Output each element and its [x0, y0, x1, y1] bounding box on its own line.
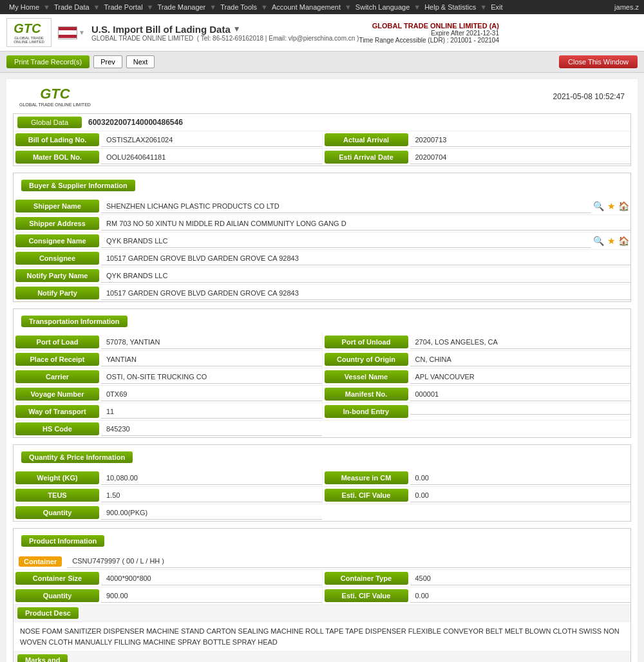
quantity-price-section: Quantity & Price Information Weight (KG)… [13, 444, 631, 522]
container-badge: Container [19, 556, 62, 567]
nav-tradetools[interactable]: Trade Tools [216, 3, 261, 11]
voyage-number-value: 0TX69 [101, 388, 322, 401]
nav-switchlang[interactable]: Switch Language [352, 3, 413, 11]
nav-exit[interactable]: Exit [487, 3, 506, 11]
notify-party-name-row: Notify Party Name QYK BRANDS LLC [14, 267, 630, 285]
voyage-manifest-row: Voyage Number 0TX69 Manifest No. 000001 [14, 386, 630, 403]
carrier-label: Carrier [15, 370, 99, 383]
record-header: GTC GLOBAL TRADE ONLINE LIMITED 2021-05-… [13, 86, 631, 107]
notify-party-label: Notify Party [15, 287, 99, 299]
country-origin-label: Country of Origin [325, 353, 408, 366]
bol-label: Bill of Lading No. [15, 133, 99, 146]
consignee-value: 10517 GARDEN GROVE BLVD GARDEN GROVE CA … [101, 252, 630, 265]
teus-cif-row: TEUS 1.50 Esti. CIF Value 0.00 [14, 487, 630, 504]
product-desc-title-row: Product Desc [14, 605, 630, 622]
record-logo-text: GTC [40, 86, 70, 102]
time-range: Time Range Accessible (LDR) : 201001 - 2… [359, 37, 499, 44]
flag-area: ▼ [58, 26, 85, 39]
nav-tradeportal[interactable]: Trade Portal [100, 3, 146, 11]
consignee-name-row: Consignee Name QYK BRANDS LLC 🔍 ★ 🏠 [14, 232, 630, 250]
container-size-label: Container Size [15, 572, 99, 585]
shipper-name-value: SHENZHEN LICHANG PLASTIC PRODUCTS CO LTD [101, 200, 591, 213]
consignee-name-label: Consignee Name [15, 234, 99, 247]
container-value: CSNU7479997 ( 00 / L / HH ) [67, 554, 630, 568]
teus-label: TEUS [15, 489, 99, 502]
prev-button-top[interactable]: Prev [93, 55, 122, 68]
product-desc-row: NOSE FOAM SANITIZER DISPENSER MACHINE ST… [14, 622, 630, 652]
manifest-label: Manifest No. [325, 388, 408, 401]
nav-tradedata[interactable]: Trade Data [50, 3, 93, 11]
marks-title-row: Marks and [14, 652, 630, 662]
shipper-home-icon[interactable]: 🏠 [618, 201, 629, 211]
nav-accountmgmt[interactable]: Account Management [268, 3, 345, 11]
page-title: U.S. Import Bill of Lading Data [91, 24, 231, 35]
main-content: GTC GLOBAL TRADE ONLINE LIMITED 2021-05-… [6, 79, 638, 662]
way-transport-label: Way of Transport [15, 405, 99, 418]
consignee-label: Consignee [15, 252, 99, 265]
consignee-row: Consignee 10517 GARDEN GROVE BLVD GARDEN… [14, 250, 630, 267]
consignee-search-icon[interactable]: 🔍 [593, 236, 604, 246]
shipper-search-icon[interactable]: 🔍 [593, 201, 604, 211]
way-transport-value: 11 [101, 405, 322, 419]
hs-code-row: HS Code 845230 [14, 421, 630, 437]
esti-cif-value: 0.00 [410, 489, 631, 502]
bol-row: Bill of Lading No. OSTISZLAX2061024 Actu… [14, 131, 630, 149]
way-inbond-row: Way of Transport 11 In-bond Entry [14, 403, 630, 421]
container-type-label: Container Type [325, 572, 408, 585]
logo-sub: GLOBAL TRADEONLINE LIMITED [14, 36, 44, 44]
buyer-supplier-section: Buyer & Supplier Information Shipper Nam… [13, 173, 631, 302]
shipper-address-label: Shipper Address [15, 217, 99, 230]
transport-section: Transportation Information Port of Load … [13, 308, 631, 438]
company-name: GLOBAL TRADE ONLINE LIMITED (A) [359, 22, 499, 30]
logo-box: GTC GLOBAL TRADEONLINE LIMITED [6, 18, 52, 47]
quantity2-cif2-row: Quantity 900.00 Esti. CIF Value 0.00 [14, 587, 630, 605]
esti-arrival-label: Esti Arrival Date [325, 151, 408, 164]
container-row: Container CSNU7479997 ( 00 / L / HH ) [14, 553, 630, 570]
voyage-number-label: Voyage Number [15, 388, 99, 401]
weight-label: Weight (KG) [15, 471, 99, 484]
quantity-price-title: Quantity & Price Information [21, 451, 133, 463]
global-data-section: Global Data 6003202007140000486546 Bill … [13, 113, 631, 166]
quantity-value: 900.00(PKG) [101, 506, 322, 520]
record-logo-sub: GLOBAL TRADE ONLINE LIMITED [19, 102, 91, 107]
nav-myhome[interactable]: My Home [5, 3, 43, 11]
product-info-section: Product Information Container CSNU747999… [13, 528, 631, 662]
mater-bol-value: OOLU2640641181 [101, 151, 322, 164]
top-nav: My Home ▼ Trade Data ▼ Trade Portal ▼ Tr… [0, 0, 644, 14]
header: GTC GLOBAL TRADEONLINE LIMITED ▼ U.S. Im… [0, 14, 644, 52]
header-subtitle: GLOBAL TRADE ONLINE LIMITED ( Tel: 86-51… [91, 35, 359, 42]
print-button-top[interactable]: Print Trade Record(s) [6, 55, 90, 68]
consignee-star-icon[interactable]: ★ [607, 236, 616, 246]
carrier-value: OSTI, ON-SITE TRUCKING CO [101, 370, 322, 384]
weight-measure-row: Weight (KG) 10,080.00 Measure in CM 0.00 [14, 469, 630, 487]
actual-arrival-label: Actual Arrival [325, 133, 408, 146]
weight-value: 10,080.00 [101, 471, 322, 485]
nav-trademanager[interactable]: Trade Manager [153, 3, 209, 11]
title-dropdown-icon[interactable]: ▼ [233, 24, 241, 33]
place-receipt-value: YANTIAN [101, 353, 322, 366]
mater-bol-row: Mater BOL No. OOLU2640641181 Esti Arriva… [14, 149, 630, 166]
quantity2-label: Quantity [15, 589, 99, 602]
port-unload-value: 2704, LOS ANGELES, CA [410, 336, 631, 349]
record-logo: GTC GLOBAL TRADE ONLINE LIMITED [19, 86, 91, 107]
nav-helpstats[interactable]: Help & Statistics [421, 3, 480, 11]
buyer-supplier-title: Buyer & Supplier Information [21, 180, 135, 191]
shipper-star-icon[interactable]: ★ [607, 201, 616, 211]
vessel-name-label: Vessel Name [325, 370, 408, 383]
vessel-name-value: APL VANCOUVER [410, 370, 631, 384]
place-receipt-label: Place of Receipt [15, 353, 99, 366]
notify-party-value: 10517 GARDEN GROVE BLVD GARDEN GROVE CA … [101, 287, 630, 300]
actual-arrival-value: 20200713 [410, 133, 631, 147]
global-data-row: Global Data 6003202007140000486546 [14, 114, 630, 131]
notify-party-name-value: QYK BRANDS LLC [101, 269, 630, 283]
notify-party-name-label: Notify Party Name [15, 269, 99, 282]
quantity2-value: 900.00 [101, 589, 322, 603]
product-desc-value: NOSE FOAM SANITIZER DISPENSER MACHINE ST… [14, 622, 630, 651]
record-datetime: 2021-05-08 10:52:47 [553, 92, 625, 101]
port-load-label: Port of Load [15, 336, 99, 348]
shipper-address-value: RM 703 NO 50 XINTU N MIDDLE RD AILIAN CO… [101, 217, 630, 231]
close-button-top[interactable]: Close This Window [559, 55, 638, 68]
next-button-top[interactable]: Next [126, 55, 155, 68]
manifest-value: 000001 [410, 388, 631, 401]
consignee-home-icon[interactable]: 🏠 [618, 236, 629, 246]
